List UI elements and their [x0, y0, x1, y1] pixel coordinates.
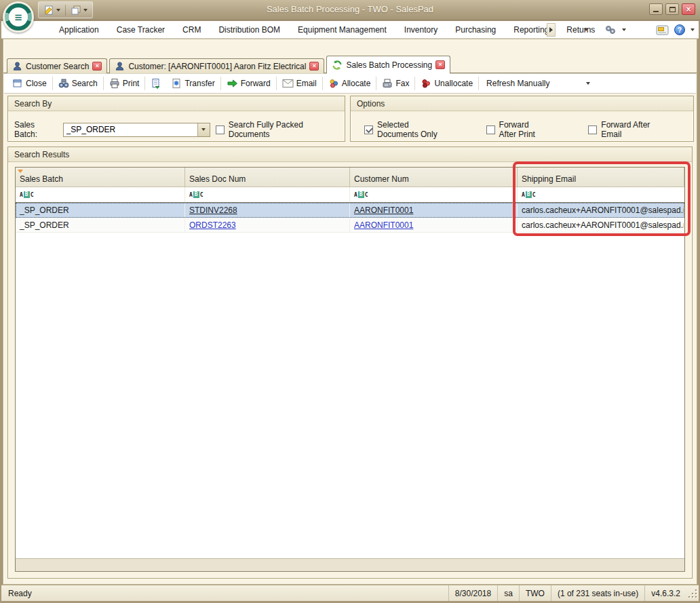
email-button[interactable]: Email [279, 77, 320, 90]
separator [220, 77, 221, 90]
close-tab-button[interactable]: Close [9, 76, 50, 91]
column-header-customer-num[interactable]: Customer Num [350, 168, 518, 187]
fax-icon [382, 78, 393, 89]
search-button[interactable]: Search [55, 76, 101, 91]
column-label: Shipping Email [522, 174, 576, 184]
search-results-panel: Search Results Sales Batch Sales Doc Num… [7, 147, 693, 579]
forward-after-email-checkbox[interactable] [588, 125, 597, 134]
fully-packed-checkbox[interactable] [216, 125, 225, 134]
status-ready-text: Ready [1, 589, 448, 598]
close-window-icon [12, 78, 23, 89]
results-grid: Sales Batch Sales Doc Num Customer Num S… [15, 167, 685, 572]
separator [52, 77, 53, 90]
minimize-button[interactable] [649, 3, 663, 15]
tab-close-icon[interactable]: × [435, 60, 445, 69]
sales-batch-input[interactable] [64, 123, 197, 136]
selected-documents-only-row[interactable]: Selected Documents Only [364, 120, 444, 139]
window-title: Sales Batch Processing - TWO - SalesPad [0, 4, 700, 14]
customer-link[interactable]: AARONFIT0001 [354, 206, 413, 215]
cell-customer-num: AARONFIT0001 [350, 203, 518, 218]
resize-grip[interactable] [688, 589, 697, 598]
tab-customer-search[interactable]: Customer Search × [7, 58, 107, 73]
settings-gears-icon[interactable] [604, 24, 617, 35]
menu-item-distribution-bom[interactable]: Distribution BOM [210, 22, 289, 37]
doc-link[interactable]: ORDST2263 [189, 220, 236, 230]
filter-cell-sales-batch[interactable]: ABC [16, 187, 185, 202]
sales-batch-label: Sales Batch: [14, 120, 58, 139]
menu-item-application[interactable]: Application [50, 22, 108, 37]
forward-after-print-checkbox[interactable] [486, 125, 495, 134]
print-preview-button[interactable] [147, 76, 168, 91]
chevron-down-icon [201, 128, 206, 131]
feedback-card-icon[interactable] [656, 25, 669, 35]
forward-arrow-icon [227, 78, 238, 89]
menu-item-crm[interactable]: CRM [174, 22, 210, 37]
customer-link[interactable]: AARONFIT0001 [354, 220, 413, 230]
refresh-mode-dropdown[interactable]: Refresh Manually [481, 77, 596, 90]
menu-item-inventory[interactable]: Inventory [395, 22, 446, 37]
forward-button[interactable]: Forward [223, 76, 274, 91]
print-button[interactable]: Print [106, 76, 143, 91]
filter-triangle-icon[interactable] [18, 170, 23, 173]
column-header-shipping-email[interactable]: Shipping Email [518, 168, 684, 187]
status-date: 8/30/2018 [448, 585, 497, 601]
chevron-right-icon [549, 27, 553, 33]
combo-dropdown-button[interactable] [197, 123, 210, 136]
status-version: v4.6.3.2 [644, 585, 686, 601]
button-label: Email [296, 79, 317, 88]
forward-after-email-row[interactable]: Forward After Email [588, 120, 651, 139]
action-toolbar: Close Search Print [4, 73, 696, 94]
tab-sales-batch-processing[interactable]: Sales Batch Processing × [326, 56, 450, 73]
column-header-sales-batch[interactable]: Sales Batch [16, 168, 185, 187]
filter-cell-shipping-email[interactable]: ABC [518, 187, 684, 202]
menu-overflow-button[interactable] [547, 23, 556, 37]
column-header-sales-doc-num[interactable]: Sales Doc Num [185, 168, 350, 187]
selected-documents-only-checkbox[interactable] [364, 125, 373, 134]
doc-link[interactable]: STDINV2268 [189, 206, 237, 215]
abc-filter-icon: ABC [189, 191, 203, 198]
fully-packed-checkbox-row[interactable]: Search Fully Packed Documents [216, 120, 339, 139]
forward-after-print-row[interactable]: Forward After Print [486, 120, 547, 139]
maximize-icon [669, 7, 676, 12]
close-button[interactable]: × [682, 3, 695, 15]
salespad-logo-mark: ≡ [9, 7, 28, 26]
status-user: sa [497, 585, 519, 601]
menu-item-purchasing[interactable]: Purchasing [446, 22, 505, 37]
refresh-icon [332, 60, 343, 71]
maximize-button[interactable] [665, 3, 679, 15]
cell-shipping-email: carlos.cacheux+AARONFIT0001@salespad.net [518, 203, 684, 218]
tab-close-icon[interactable]: × [92, 62, 102, 71]
menu-dropdown-arrow[interactable] [584, 28, 588, 31]
menu-item-equipment-management[interactable]: Equipment Management [289, 22, 395, 37]
tab-label: Customer: [AARONFIT0001] Aaron Fitz Elec… [128, 62, 306, 71]
menu-item-case-tracker[interactable]: Case Tracker [108, 22, 174, 37]
settings-dropdown-arrow[interactable] [622, 28, 626, 31]
options-panel: Options Selected Documents Only Forward … [350, 96, 694, 142]
fax-button[interactable]: Fax [378, 76, 412, 91]
tab-customer-detail[interactable]: Customer: [AARONFIT0001] Aaron Fitz Elec… [109, 58, 324, 73]
button-label: Forward [241, 79, 271, 88]
button-label: Allocate [342, 79, 371, 88]
allocate-button[interactable]: Allocate [325, 76, 374, 91]
unallocate-button[interactable]: Unallocate [417, 76, 476, 91]
tab-close-icon[interactable]: × [309, 62, 319, 71]
abc-filter-icon: ABC [522, 191, 535, 198]
separator [144, 77, 145, 90]
table-row[interactable]: _SP_ORDER ORDST2263 AARONFIT0001 carlos.… [16, 218, 684, 233]
help-icon[interactable]: ? [674, 24, 685, 35]
tab-label: Customer Search [26, 62, 89, 71]
horizontal-scrollbar[interactable] [16, 558, 684, 571]
filter-cell-sales-doc-num[interactable]: ABC [185, 187, 350, 202]
transfer-button[interactable]: Transfer [168, 76, 218, 91]
cell-shipping-email: carlos.cacheux+AARONFIT0001@salespad.net [518, 218, 684, 232]
sales-batch-combobox[interactable] [63, 123, 210, 137]
fully-packed-label: Search Fully Packed Documents [229, 120, 339, 139]
filter-cell-customer-num[interactable]: ABC [350, 187, 518, 202]
salespad-logo[interactable]: ≡ [3, 1, 34, 33]
status-bar: Ready 8/30/2018 sa TWO (1 of 231 seats i… [1, 585, 699, 603]
help-dropdown-arrow[interactable] [691, 28, 695, 31]
table-row[interactable]: _SP_ORDER STDINV2268 AARONFIT0001 carlos… [16, 203, 684, 218]
cell-sales-doc-num: STDINV2268 [185, 203, 350, 218]
column-label: Customer Num [354, 174, 409, 184]
abc-filter-icon: ABC [354, 191, 368, 198]
